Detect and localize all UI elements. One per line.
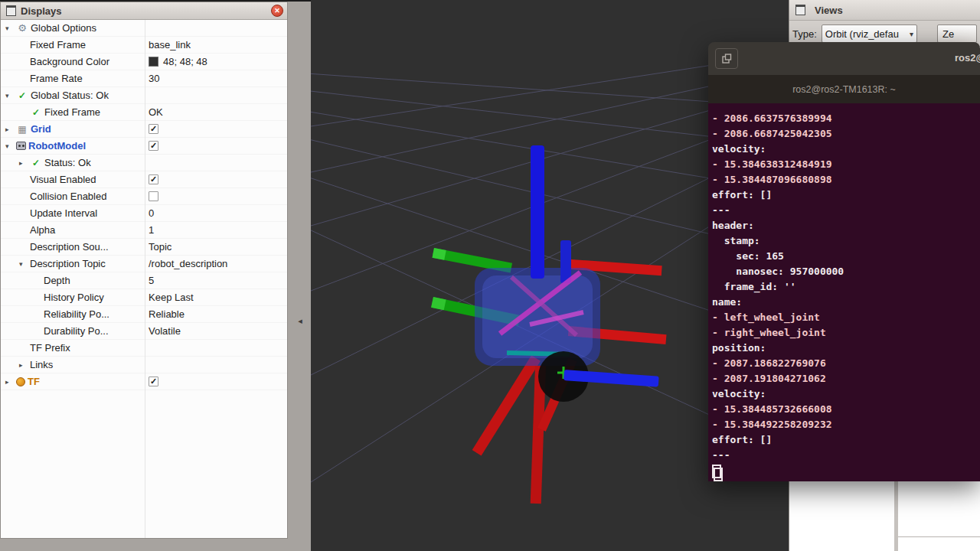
property-row[interactable]: Collision Enabled	[1, 188, 287, 205]
property-value-cell[interactable]: /robot_description	[145, 258, 287, 269]
terminal-output[interactable]: - 2086.6637576389994- 2086.6687425042305…	[708, 103, 980, 481]
property-row[interactable]: Visual Enabled	[1, 171, 287, 188]
terminal-tab-bar[interactable]: ros2@ros2-TM1613R: ~	[708, 76, 980, 103]
property-row[interactable]: TF	[1, 373, 287, 390]
property-row[interactable]: Alpha1	[1, 222, 287, 239]
property-label: Description Sou...	[30, 241, 109, 253]
property-row[interactable]: Reliability Po...Reliable	[1, 306, 287, 323]
property-label: Fixed Frame	[30, 39, 86, 51]
column-separator	[145, 20, 145, 538]
terminal-line: - left_wheel_joint	[712, 310, 977, 325]
view-type-dropdown[interactable]: Orbit (rviz_defau	[822, 24, 917, 43]
property-value-cell[interactable]: Keep Last	[145, 292, 287, 303]
terminal-line: header:	[712, 218, 977, 233]
property-value-text: Keep Last	[149, 292, 194, 303]
checkbox[interactable]	[149, 124, 158, 134]
terminal-line: ---	[712, 448, 977, 463]
expander-icon[interactable]	[5, 378, 16, 386]
expander-icon[interactable]	[5, 92, 16, 99]
property-name-cell: Fixed Frame	[1, 39, 145, 51]
terminal-tab-title[interactable]: ros2@ros2-TM1613R: ~	[792, 84, 896, 95]
zero-button[interactable]: Ze	[937, 24, 977, 43]
property-value-text: 1	[149, 224, 154, 236]
property-row[interactable]: ✓Status: Ok	[1, 155, 287, 171]
property-row[interactable]: History PolicyKeep Last	[1, 289, 287, 306]
property-row[interactable]: ✓Global Status: Ok	[1, 87, 287, 104]
property-value-text: /robot_description	[149, 258, 227, 269]
terminal-window[interactable]: ros2@ ros2@ros2-TM1613R: ~ - 2086.663757…	[708, 42, 980, 481]
property-value-cell[interactable]: Volatile	[145, 325, 287, 337]
expander-icon[interactable]	[19, 159, 30, 167]
property-value-cell[interactable]: 1	[145, 224, 287, 236]
property-value-text: 5	[149, 275, 154, 286]
expander-icon[interactable]	[5, 24, 16, 32]
property-row[interactable]: Links	[1, 357, 287, 373]
property-value-cell[interactable]: base_link	[145, 39, 287, 51]
terminal-line: sec: 165	[712, 249, 977, 264]
property-value-text: 0	[149, 207, 154, 219]
checkbox[interactable]	[149, 174, 158, 184]
property-row[interactable]: ⚙Global Options	[1, 20, 287, 37]
views-hline	[898, 536, 980, 537]
property-label: Reliability Po...	[44, 308, 109, 320]
displays-titlebar[interactable]: Displays ✕	[1, 2, 287, 20]
property-row[interactable]: TF Prefix	[1, 340, 287, 357]
property-label: Update Interval	[30, 207, 97, 219]
property-value-cell[interactable]	[145, 191, 287, 201]
views-panel-title: Views	[815, 5, 843, 16]
property-row[interactable]: Background Color48; 48; 48	[1, 54, 287, 70]
property-value-cell[interactable]: 5	[145, 275, 287, 286]
terminal-line: velocity:	[712, 142, 977, 157]
checkbox[interactable]	[149, 377, 158, 386]
terminal-cursor	[714, 468, 723, 481]
property-label: Collision Enabled	[30, 191, 106, 202]
check-icon: ✓	[30, 107, 42, 118]
terminal-line: stamp:	[712, 233, 977, 249]
terminal-line: effort: []	[712, 187, 977, 203]
property-value-cell[interactable]	[145, 141, 287, 151]
property-value-cell[interactable]	[145, 377, 287, 386]
new-tab-button[interactable]	[715, 48, 738, 69]
terminal-line: - 2086.6637576389994	[712, 111, 977, 126]
property-row[interactable]: Update Interval0	[1, 205, 287, 222]
property-row[interactable]: Description Topic/robot_description	[1, 256, 287, 272]
property-value-cell[interactable]	[145, 124, 287, 134]
property-value-cell[interactable]: 30	[145, 73, 287, 84]
terminal-lines: - 2086.6637576389994- 2086.6687425042305…	[712, 111, 977, 481]
property-name-cell: Durability Po...	[1, 325, 145, 337]
property-value-cell[interactable]: Topic	[145, 241, 287, 253]
property-name-cell: ▦Grid	[1, 123, 145, 135]
property-row[interactable]: Description Sou...Topic	[1, 239, 287, 256]
property-row[interactable]: RobotModel	[1, 138, 287, 155]
new-tab-icon	[722, 54, 732, 64]
property-value-cell[interactable]: 48; 48; 48	[145, 56, 287, 67]
terminal-line: - 15.384638312484919	[712, 157, 977, 172]
property-name-cell: Frame Rate	[1, 73, 145, 84]
property-value-cell[interactable]: Reliable	[145, 308, 287, 320]
terminal-titlebar[interactable]: ros2@	[708, 42, 980, 76]
views-titlebar[interactable]: Views	[789, 0, 980, 21]
terminal-line: - 15.384485732666008	[712, 402, 977, 417]
property-row[interactable]: ▦Grid	[1, 121, 287, 138]
expander-icon[interactable]	[5, 142, 16, 150]
property-value-cell[interactable]: 0	[145, 207, 287, 219]
property-label: Global Status: Ok	[31, 90, 109, 101]
expander-icon[interactable]	[19, 260, 30, 268]
terminal-line: - right_wheel_joint	[712, 325, 977, 341]
property-row[interactable]: Frame Rate30	[1, 70, 287, 87]
checkbox[interactable]	[149, 141, 158, 151]
expander-icon[interactable]	[5, 126, 16, 133]
property-value-cell[interactable]: OK	[145, 106, 287, 118]
close-icon[interactable]: ✕	[271, 5, 283, 17]
property-value-text: Topic	[149, 241, 172, 253]
property-row[interactable]: Depth5	[1, 272, 287, 289]
property-value-cell[interactable]	[145, 174, 287, 184]
panel-collapse-handle[interactable]: ◂	[295, 313, 305, 328]
property-row[interactable]: ✓Fixed FrameOK	[1, 104, 287, 121]
property-label: Description Topic	[30, 258, 106, 269]
expander-icon[interactable]	[19, 361, 30, 369]
property-name-cell: Update Interval	[1, 207, 145, 219]
property-row[interactable]: Durability Po...Volatile	[1, 323, 287, 340]
property-row[interactable]: Fixed Framebase_link	[1, 37, 287, 54]
checkbox[interactable]	[149, 191, 158, 201]
